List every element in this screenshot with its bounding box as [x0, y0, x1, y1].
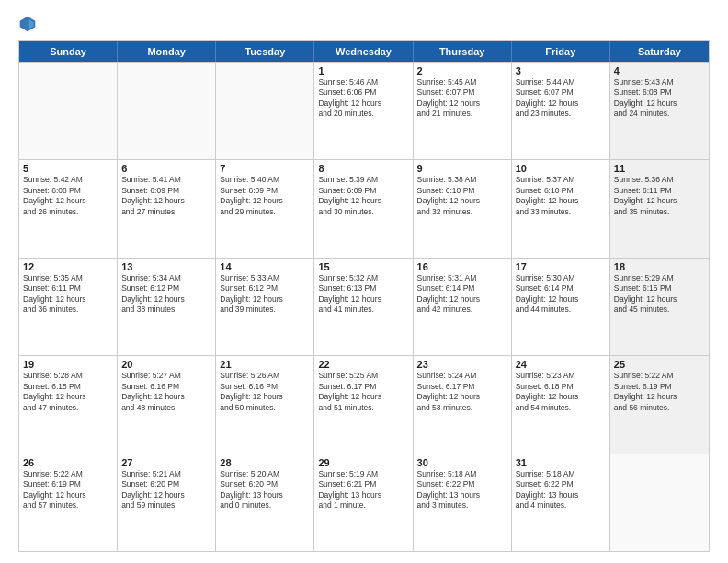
calendar-cell: 9Sunrise: 5:38 AM Sunset: 6:10 PM Daylig…	[414, 160, 512, 257]
calendar-cell: 24Sunrise: 5:23 AM Sunset: 6:18 PM Dayli…	[512, 356, 610, 453]
calendar-cell: 15Sunrise: 5:32 AM Sunset: 6:13 PM Dayli…	[314, 259, 413, 355]
cell-info: Sunrise: 5:27 AM Sunset: 6:16 PM Dayligh…	[121, 371, 211, 413]
day-header-tuesday: Tuesday	[216, 41, 314, 62]
cell-info: Sunrise: 5:20 AM Sunset: 6:20 PM Dayligh…	[220, 469, 310, 511]
calendar-cell: 3Sunrise: 5:44 AM Sunset: 6:07 PM Daylig…	[512, 63, 610, 159]
day-number: 22	[318, 359, 408, 370]
calendar-cell	[19, 63, 118, 159]
day-number: 26	[23, 457, 113, 468]
day-number: 5	[23, 163, 113, 174]
cell-info: Sunrise: 5:30 AM Sunset: 6:14 PM Dayligh…	[516, 273, 606, 316]
page: SundayMondayTuesdayWednesdayThursdayFrid…	[0, 0, 728, 563]
day-number: 8	[318, 163, 408, 174]
calendar-cell: 16Sunrise: 5:31 AM Sunset: 6:14 PM Dayli…	[414, 259, 512, 355]
day-number: 12	[23, 261, 113, 272]
calendar-week-1: 1Sunrise: 5:46 AM Sunset: 6:06 PM Daylig…	[19, 62, 709, 159]
logo-icon	[18, 15, 37, 33]
calendar-cell: 29Sunrise: 5:19 AM Sunset: 6:21 PM Dayli…	[314, 454, 413, 551]
cell-info: Sunrise: 5:18 AM Sunset: 6:22 PM Dayligh…	[516, 469, 606, 511]
calendar-cell: 7Sunrise: 5:40 AM Sunset: 6:09 PM Daylig…	[216, 160, 314, 257]
cell-info: Sunrise: 5:32 AM Sunset: 6:13 PM Dayligh…	[318, 273, 408, 316]
cell-info: Sunrise: 5:36 AM Sunset: 6:11 PM Dayligh…	[614, 175, 705, 217]
calendar-week-5: 26Sunrise: 5:22 AM Sunset: 6:19 PM Dayli…	[19, 454, 709, 551]
day-header-sunday: Sunday	[19, 41, 118, 62]
cell-info: Sunrise: 5:19 AM Sunset: 6:21 PM Dayligh…	[318, 469, 408, 511]
calendar-cell: 26Sunrise: 5:22 AM Sunset: 6:19 PM Dayli…	[19, 454, 118, 551]
day-header-monday: Monday	[118, 41, 216, 62]
calendar-cell	[118, 63, 216, 159]
cell-info: Sunrise: 5:43 AM Sunset: 6:08 PM Dayligh…	[614, 77, 705, 120]
day-header-friday: Friday	[512, 41, 610, 62]
day-number: 13	[121, 261, 211, 272]
day-number: 14	[220, 261, 310, 272]
header	[18, 15, 710, 33]
cell-info: Sunrise: 5:28 AM Sunset: 6:15 PM Dayligh…	[23, 371, 113, 413]
cell-info: Sunrise: 5:22 AM Sunset: 6:19 PM Dayligh…	[23, 469, 113, 511]
logo	[18, 15, 40, 33]
day-header-wednesday: Wednesday	[314, 41, 413, 62]
day-number: 21	[220, 359, 310, 370]
cell-info: Sunrise: 5:41 AM Sunset: 6:09 PM Dayligh…	[121, 175, 211, 217]
day-number: 1	[318, 65, 408, 76]
calendar-cell: 2Sunrise: 5:45 AM Sunset: 6:07 PM Daylig…	[414, 63, 512, 159]
day-header-thursday: Thursday	[414, 41, 512, 62]
day-number: 27	[121, 457, 211, 468]
day-number: 28	[220, 457, 310, 468]
day-number: 20	[121, 359, 211, 370]
cell-info: Sunrise: 5:45 AM Sunset: 6:07 PM Dayligh…	[417, 77, 507, 120]
cell-info: Sunrise: 5:22 AM Sunset: 6:19 PM Dayligh…	[614, 371, 705, 413]
cell-info: Sunrise: 5:42 AM Sunset: 6:08 PM Dayligh…	[23, 175, 113, 217]
calendar-cell: 30Sunrise: 5:18 AM Sunset: 6:22 PM Dayli…	[414, 454, 512, 551]
calendar-cell: 8Sunrise: 5:39 AM Sunset: 6:09 PM Daylig…	[314, 160, 413, 257]
calendar-cell: 1Sunrise: 5:46 AM Sunset: 6:06 PM Daylig…	[314, 63, 413, 159]
calendar-cell: 19Sunrise: 5:28 AM Sunset: 6:15 PM Dayli…	[19, 356, 118, 453]
day-number: 11	[614, 163, 705, 174]
day-number: 3	[516, 65, 606, 76]
calendar-header-row: SundayMondayTuesdayWednesdayThursdayFrid…	[19, 41, 709, 62]
cell-info: Sunrise: 5:46 AM Sunset: 6:06 PM Dayligh…	[318, 77, 408, 120]
calendar-cell: 23Sunrise: 5:24 AM Sunset: 6:17 PM Dayli…	[414, 356, 512, 453]
cell-info: Sunrise: 5:29 AM Sunset: 6:15 PM Dayligh…	[614, 273, 705, 316]
calendar-week-4: 19Sunrise: 5:28 AM Sunset: 6:15 PM Dayli…	[19, 355, 709, 453]
calendar-cell: 10Sunrise: 5:37 AM Sunset: 6:10 PM Dayli…	[512, 160, 610, 257]
calendar-week-2: 5Sunrise: 5:42 AM Sunset: 6:08 PM Daylig…	[19, 159, 709, 257]
cell-info: Sunrise: 5:31 AM Sunset: 6:14 PM Dayligh…	[417, 273, 507, 316]
day-number: 25	[614, 359, 705, 370]
day-number: 19	[23, 359, 113, 370]
cell-info: Sunrise: 5:24 AM Sunset: 6:17 PM Dayligh…	[417, 371, 507, 413]
calendar-cell: 22Sunrise: 5:25 AM Sunset: 6:17 PM Dayli…	[314, 356, 413, 453]
cell-info: Sunrise: 5:37 AM Sunset: 6:10 PM Dayligh…	[516, 175, 606, 217]
calendar-cell	[216, 63, 314, 159]
calendar-week-3: 12Sunrise: 5:35 AM Sunset: 6:11 PM Dayli…	[19, 258, 709, 355]
day-number: 10	[516, 163, 606, 174]
calendar-cell: 5Sunrise: 5:42 AM Sunset: 6:08 PM Daylig…	[19, 160, 118, 257]
day-number: 2	[417, 65, 507, 76]
calendar: SundayMondayTuesdayWednesdayThursdayFrid…	[18, 40, 710, 552]
cell-info: Sunrise: 5:23 AM Sunset: 6:18 PM Dayligh…	[516, 371, 606, 413]
day-number: 16	[417, 261, 507, 272]
calendar-cell: 25Sunrise: 5:22 AM Sunset: 6:19 PM Dayli…	[610, 356, 709, 453]
day-number: 15	[318, 261, 408, 272]
calendar-cell: 21Sunrise: 5:26 AM Sunset: 6:16 PM Dayli…	[216, 356, 314, 453]
calendar-cell: 18Sunrise: 5:29 AM Sunset: 6:15 PM Dayli…	[610, 259, 709, 355]
day-number: 31	[516, 457, 606, 468]
cell-info: Sunrise: 5:18 AM Sunset: 6:22 PM Dayligh…	[417, 469, 507, 511]
calendar-cell: 6Sunrise: 5:41 AM Sunset: 6:09 PM Daylig…	[118, 160, 216, 257]
calendar-body: 1Sunrise: 5:46 AM Sunset: 6:06 PM Daylig…	[19, 62, 709, 551]
day-number: 7	[220, 163, 310, 174]
calendar-cell: 12Sunrise: 5:35 AM Sunset: 6:11 PM Dayli…	[19, 259, 118, 355]
day-number: 9	[417, 163, 507, 174]
calendar-cell	[610, 454, 709, 551]
cell-info: Sunrise: 5:26 AM Sunset: 6:16 PM Dayligh…	[220, 371, 310, 413]
cell-info: Sunrise: 5:44 AM Sunset: 6:07 PM Dayligh…	[516, 77, 606, 120]
calendar-cell: 4Sunrise: 5:43 AM Sunset: 6:08 PM Daylig…	[610, 63, 709, 159]
day-number: 17	[516, 261, 606, 272]
calendar-cell: 11Sunrise: 5:36 AM Sunset: 6:11 PM Dayli…	[610, 160, 709, 257]
cell-info: Sunrise: 5:35 AM Sunset: 6:11 PM Dayligh…	[23, 273, 113, 316]
calendar-cell: 13Sunrise: 5:34 AM Sunset: 6:12 PM Dayli…	[118, 259, 216, 355]
day-number: 24	[516, 359, 606, 370]
cell-info: Sunrise: 5:21 AM Sunset: 6:20 PM Dayligh…	[121, 469, 211, 511]
calendar-cell: 17Sunrise: 5:30 AM Sunset: 6:14 PM Dayli…	[512, 259, 610, 355]
cell-info: Sunrise: 5:33 AM Sunset: 6:12 PM Dayligh…	[220, 273, 310, 316]
calendar-cell: 27Sunrise: 5:21 AM Sunset: 6:20 PM Dayli…	[118, 454, 216, 551]
